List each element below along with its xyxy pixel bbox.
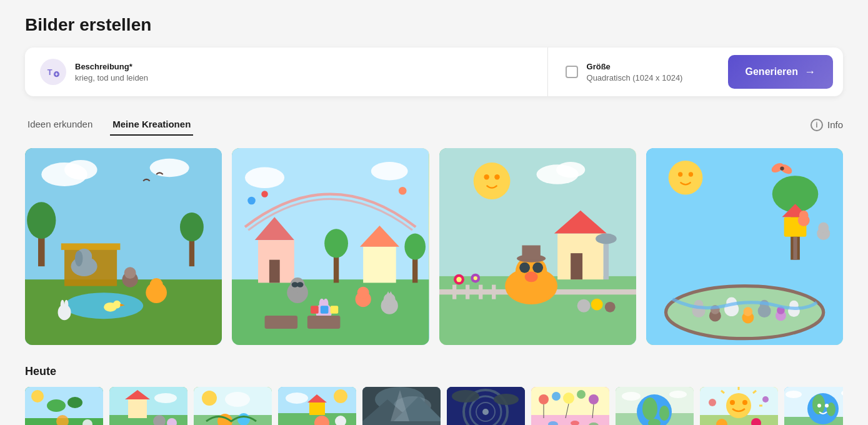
description-section[interactable]: T + Beschreibung* krieg, tod und leiden (25, 48, 548, 96)
size-label: Größe (587, 62, 683, 71)
thumb-10[interactable] (784, 387, 843, 425)
svg-point-217 (825, 404, 829, 408)
svg-point-114 (743, 307, 752, 316)
svg-point-90 (577, 299, 590, 312)
size-checkbox[interactable] (566, 66, 578, 78)
svg-point-194 (622, 392, 641, 401)
thumb-6[interactable] (447, 387, 525, 425)
image-svg-4 (646, 148, 843, 345)
svg-rect-77 (479, 285, 482, 299)
image-svg-1 (25, 148, 222, 345)
generate-button-label: Generieren (746, 66, 798, 78)
svg-point-92 (604, 302, 615, 312)
svg-point-63 (473, 162, 510, 199)
svg-point-60 (262, 191, 269, 198)
size-section[interactable]: Größe Quadratisch (1024 x 1024) (548, 48, 723, 96)
thumb-3[interactable] (194, 387, 272, 425)
svg-point-38 (324, 229, 348, 258)
svg-point-96 (689, 172, 693, 176)
thumb-1[interactable] (25, 387, 103, 425)
input-card: T + Beschreibung* krieg, tod und leiden … (25, 48, 843, 96)
tab-ideen-erkunden[interactable]: Ideen erkunden (25, 114, 95, 136)
main-image-3[interactable] (439, 148, 636, 345)
thumb-svg-7 (531, 387, 609, 425)
info-button[interactable]: i Info (811, 119, 843, 131)
svg-point-91 (591, 299, 602, 311)
svg-rect-159 (362, 421, 441, 425)
svg-point-192 (659, 406, 669, 421)
svg-point-81 (519, 262, 530, 273)
size-value: Quadratisch (1024 x 1024) (587, 73, 683, 82)
svg-rect-72 (603, 240, 608, 279)
tab-meine-kreationen[interactable]: Meine Kreationen (110, 114, 193, 136)
svg-point-128 (31, 390, 44, 402)
svg-point-83 (524, 272, 537, 282)
thumb-svg-9 (700, 387, 778, 425)
svg-rect-14 (61, 243, 121, 250)
svg-point-5 (64, 160, 97, 180)
svg-point-177 (552, 392, 561, 401)
page-container: Bilder erstellen T + Beschreibung* krieg… (0, 0, 868, 425)
svg-rect-175 (531, 415, 609, 425)
generate-button[interactable]: Generieren → (728, 55, 833, 89)
svg-point-151 (334, 389, 347, 403)
main-image-grid (25, 148, 843, 345)
thumb-7[interactable] (531, 387, 609, 425)
thumb-svg-4 (278, 387, 356, 425)
description-value: krieg, tod und leiden (75, 73, 148, 82)
svg-point-49 (357, 287, 369, 299)
thumb-5[interactable] (362, 387, 441, 425)
today-section-label: Heute (25, 365, 843, 378)
svg-point-201 (742, 400, 747, 405)
svg-point-195 (669, 391, 687, 398)
svg-point-64 (484, 174, 489, 179)
svg-point-17 (75, 251, 83, 266)
svg-rect-35 (363, 247, 396, 283)
main-image-1[interactable] (25, 148, 222, 345)
svg-point-152 (286, 392, 308, 404)
svg-point-170 (482, 409, 489, 415)
info-icon: i (811, 119, 823, 131)
thumb-svg-3 (194, 387, 272, 425)
svg-point-6 (150, 159, 189, 177)
main-image-4[interactable] (646, 148, 843, 345)
svg-point-29 (245, 167, 284, 188)
image-svg-2 (232, 148, 429, 345)
thumb-2[interactable] (109, 387, 187, 425)
svg-point-12 (180, 212, 204, 241)
svg-rect-71 (571, 253, 582, 279)
svg-point-144 (202, 391, 217, 406)
svg-rect-78 (492, 285, 496, 299)
thumb-svg-6 (447, 387, 525, 425)
tabs-row: Ideen erkunden Meine Kreationen i Info (25, 114, 843, 136)
svg-point-145 (225, 392, 250, 407)
svg-point-99 (780, 166, 784, 170)
svg-rect-55 (307, 316, 341, 329)
svg-point-209 (762, 396, 769, 402)
info-label: Info (827, 119, 843, 130)
arrow-icon: → (804, 66, 816, 79)
svg-rect-56 (311, 306, 319, 314)
thumb-9[interactable] (700, 387, 778, 425)
svg-point-199 (726, 393, 751, 418)
svg-rect-34 (269, 260, 280, 283)
svg-point-179 (577, 390, 586, 399)
thumb-svg-10 (784, 387, 843, 425)
thumb-8[interactable] (616, 387, 694, 425)
thumbnail-strip (25, 387, 843, 425)
svg-rect-57 (321, 306, 329, 314)
svg-point-191 (642, 398, 657, 420)
svg-rect-58 (331, 306, 339, 314)
thumb-4[interactable] (278, 387, 356, 425)
svg-point-30 (371, 162, 408, 180)
svg-text:T: T (47, 68, 52, 77)
main-image-2[interactable] (232, 148, 429, 345)
svg-text:+: + (55, 71, 58, 78)
thumb-svg-2 (109, 387, 187, 425)
svg-point-94 (668, 161, 702, 195)
svg-point-200 (730, 400, 735, 405)
text-plus-icon: T + (46, 65, 60, 79)
svg-point-89 (473, 276, 477, 280)
description-label: Beschreibung* (75, 62, 148, 71)
svg-point-122 (799, 211, 809, 220)
